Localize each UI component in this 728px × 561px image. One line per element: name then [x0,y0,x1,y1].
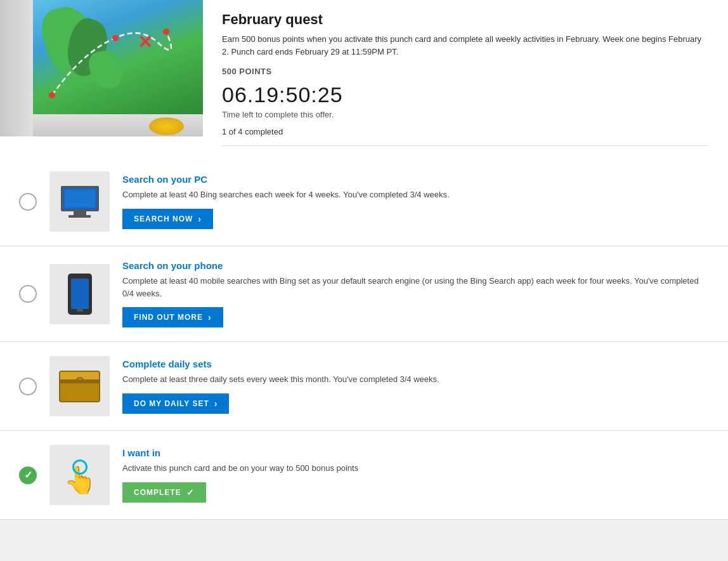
task-row: 👆 I want in Activate this punch card and… [0,431,728,520]
quest-header: ✕ February quest Earn 500 bonus points w… [0,0,728,157]
svg-point-1 [112,35,119,41]
task-desc-i-want-in: Activate this punch card and be on your … [122,462,709,475]
task-icon-chest [49,356,110,416]
task-icon-pc [49,171,110,232]
search-now-button[interactable]: SEARCH NOW › [122,209,213,229]
task-desc-search-pc: Complete at least 40 Bing searches each … [122,188,709,201]
complete-label: COMPLETE [134,488,181,497]
task-title-daily-sets: Complete daily sets [122,359,709,369]
task-icon-phone [49,264,110,324]
countdown-timer: 06.19:50:25 [222,82,709,107]
do-daily-set-label: DO MY DAILY SET [134,399,209,408]
quest-description: Earn 500 bonus points when you activate … [222,33,709,58]
quest-info-panel: February quest Earn 500 bonus points whe… [203,0,728,157]
progress-label: 1 of 4 completed [222,127,709,146]
svg-point-0 [49,92,55,98]
x-mark-icon: ✕ [138,32,152,53]
timer-label: Time left to complete this offer. [222,110,709,119]
tasks-list: Search on your PC Complete at least 40 B… [0,157,728,520]
chevron-right-icon: › [198,214,202,224]
task-desc-daily-sets: Complete at least three daily sets every… [122,373,709,386]
quest-card: ✕ February quest Earn 500 bonus points w… [0,0,728,520]
task-row: Complete daily sets Complete at least th… [0,342,728,431]
task-row: Search on your phone Complete at least 4… [0,246,728,342]
svg-point-2 [163,29,169,35]
task-icon-hand: 👆 [49,445,110,505]
task-radio-search-phone[interactable] [19,285,37,303]
task-content-i-want-in: I want in Activate this punch card and b… [122,447,709,503]
task-radio-i-want-in[interactable] [19,466,37,484]
do-daily-set-button[interactable]: DO MY DAILY SET › [122,393,229,414]
quest-title: February quest [222,11,709,28]
chevron-right-icon: › [208,312,212,322]
task-title-search-phone: Search on your phone [122,260,709,271]
quest-image: ✕ [0,0,203,136]
task-desc-search-phone: Complete at least 40 mobile searches wit… [122,275,709,300]
checkmark-icon: ✓ [186,487,195,498]
task-content-search-phone: Search on your phone Complete at least 4… [122,260,709,327]
find-out-more-button[interactable]: FIND OUT MORE › [122,307,223,327]
search-now-label: SEARCH NOW [134,214,193,223]
find-out-more-label: FIND OUT MORE [134,313,203,322]
task-title-i-want-in: I want in [122,447,709,458]
task-radio-search-pc[interactable] [19,193,37,211]
task-row: Search on your PC Complete at least 40 B… [0,157,728,246]
task-title-search-pc: Search on your PC [122,174,709,185]
task-radio-daily-sets[interactable] [19,378,37,395]
task-content-search-pc: Search on your PC Complete at least 40 B… [122,174,709,229]
complete-button[interactable]: COMPLETE ✓ [122,482,206,503]
chevron-right-icon: › [214,399,218,409]
points-label: 500 POINTS [222,67,709,76]
task-content-daily-sets: Complete daily sets Complete at least th… [122,359,709,414]
